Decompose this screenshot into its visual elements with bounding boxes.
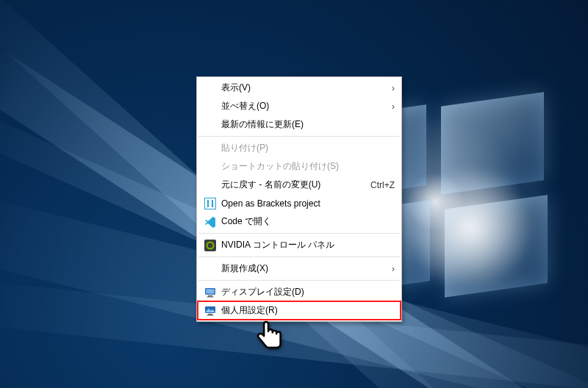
brackets-icon <box>202 198 218 209</box>
svg-rect-2 <box>212 200 213 207</box>
menu-item-label: 表示(V) <box>218 82 392 94</box>
display-icon <box>202 287 218 298</box>
menu-separator <box>198 136 400 137</box>
menu-item-undo-rename[interactable]: 元に戻す - 名前の変更(U)Ctrl+Z <box>198 176 401 194</box>
menu-item-refresh[interactable]: 最新の情報に更新(E) <box>198 115 401 134</box>
menu-item-label: 元に戻す - 名前の変更(U) <box>218 179 362 191</box>
menu-item-paste: 貼り付け(P) <box>198 139 401 157</box>
menu-item-label: 貼り付け(P) <box>218 142 395 154</box>
menu-item-label: 最新の情報に更新(E) <box>218 118 395 131</box>
menu-item-personalize[interactable]: 個人用設定(R) <box>198 301 401 320</box>
svg-rect-10 <box>208 314 212 315</box>
desktop[interactable]: 表示(V)›並べ替え(O)›最新の情報に更新(E)貼り付け(P)ショートカットの… <box>0 0 588 388</box>
svg-rect-1 <box>207 200 209 207</box>
personalize-icon <box>202 305 218 317</box>
menu-item-label: 新規作成(X) <box>218 262 392 275</box>
wallpaper-glow <box>397 154 544 301</box>
menu-separator <box>198 280 400 281</box>
submenu-arrow-icon: › <box>392 101 395 112</box>
submenu-arrow-icon: › <box>392 82 395 93</box>
vscode-icon <box>202 216 218 228</box>
menu-separator <box>198 256 400 257</box>
menu-item-shortcut: Ctrl+Z <box>362 180 395 190</box>
menu-item-paste-shortcut: ショートカットの貼り付け(S) <box>198 157 401 176</box>
menu-item-vscode[interactable]: Code で開く <box>198 212 401 231</box>
menu-item-new[interactable]: 新規作成(X)› <box>198 259 401 278</box>
svg-rect-6 <box>207 289 215 293</box>
menu-item-display[interactable]: ディスプレイ設定(D) <box>198 283 401 301</box>
menu-item-label: ショートカットの貼り付け(S) <box>218 160 395 173</box>
svg-rect-8 <box>207 296 214 297</box>
svg-rect-3 <box>204 240 216 251</box>
svg-rect-0 <box>204 198 216 209</box>
menu-item-view[interactable]: 表示(V)› <box>198 79 401 97</box>
menu-item-sort[interactable]: 並べ替え(O)› <box>198 97 401 115</box>
submenu-arrow-icon: › <box>392 263 395 274</box>
menu-item-label: ディスプレイ設定(D) <box>218 286 395 298</box>
menu-separator <box>198 233 400 234</box>
nvidia-icon <box>202 240 218 251</box>
menu-item-nvidia[interactable]: NVIDIA コントロール パネル <box>198 236 401 254</box>
svg-rect-7 <box>208 295 212 297</box>
menu-item-brackets[interactable]: Open as Brackets project <box>198 194 401 212</box>
menu-item-label: Code で開く <box>218 215 395 228</box>
menu-item-label: 並べ替え(O) <box>218 100 392 112</box>
menu-item-label: 個人用設定(R) <box>218 304 395 317</box>
desktop-context-menu: 表示(V)›並べ替え(O)›最新の情報に更新(E)貼り付け(P)ショートカットの… <box>196 76 402 322</box>
menu-item-label: Open as Brackets project <box>218 198 395 209</box>
svg-rect-11 <box>207 315 214 315</box>
menu-item-label: NVIDIA コントロール パネル <box>218 239 395 251</box>
